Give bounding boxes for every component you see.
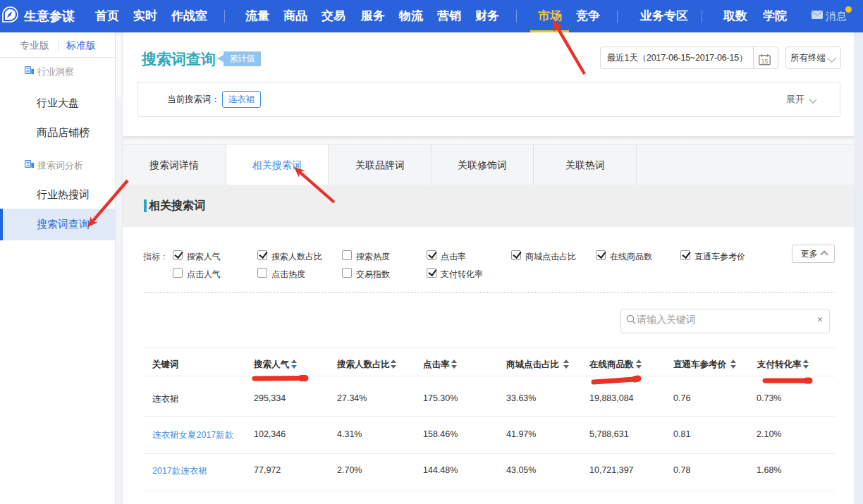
svg-text:15: 15: [761, 58, 768, 65]
